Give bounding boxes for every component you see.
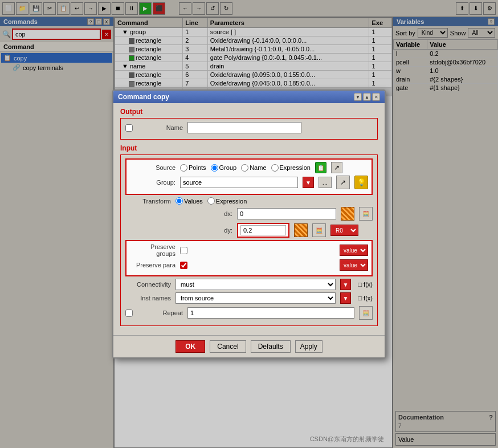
- cancel-button[interactable]: Cancel: [210, 340, 246, 353]
- transform-row: Transform Values Expression: [125, 197, 373, 205]
- inst-names-row: Inst names from source new ▼ □ f(x): [125, 292, 373, 304]
- output-name-label: Name: [137, 124, 183, 131]
- source-group-text: Group: [219, 164, 237, 171]
- repeat-calc-btn[interactable]: 🧮: [359, 306, 373, 320]
- source-points-radio[interactable]: [180, 164, 187, 172]
- connectivity-dropdown[interactable]: must none: [175, 279, 336, 290]
- output-section-box: Name: [120, 118, 378, 140]
- dy-stripe-btn[interactable]: [294, 223, 308, 237]
- inst-names-label: Inst names: [125, 295, 171, 302]
- source-green-btn[interactable]: 📋: [315, 162, 326, 173]
- source-name-text: Name: [250, 164, 266, 171]
- modal-collapse-btn[interactable]: ▼: [354, 93, 362, 101]
- connectivity-label: Connectivity: [125, 281, 171, 288]
- modal-overlay: Command copy ▼ ▲ ✕ Output Name Input: [0, 0, 498, 448]
- group-input[interactable]: [180, 177, 298, 188]
- output-name-row: Name: [125, 122, 373, 133]
- inst-names-fx-label: □ f(x): [358, 295, 373, 302]
- modal-footer: OK Cancel Defaults Apply: [113, 335, 385, 357]
- dy-input[interactable]: [240, 225, 286, 235]
- group-row: Group: ▼ ... ↗ 💡: [130, 176, 368, 189]
- preserve-para-value-dropdown[interactable]: value: [340, 259, 368, 271]
- preserve-para-checkbox[interactable]: [180, 262, 187, 269]
- preserve-para-row: Preserve para value: [130, 259, 368, 271]
- modal-close-btn[interactable]: ✕: [372, 93, 380, 101]
- dy-label: dy:: [198, 227, 232, 234]
- source-expression-label[interactable]: Expression: [271, 164, 311, 172]
- group-dropdown-btn[interactable]: ▼: [303, 177, 314, 188]
- transform-values-radio[interactable]: [175, 197, 183, 205]
- source-points-label[interactable]: Points: [180, 164, 206, 172]
- preserve-row: Preserve groups value Preserve para valu…: [125, 240, 373, 276]
- group-yellow-btn[interactable]: 💡: [354, 176, 368, 189]
- repeat-checkbox[interactable]: [125, 309, 133, 317]
- repeat-row: Repeat 🧮: [125, 306, 373, 320]
- dx-input[interactable]: [237, 208, 336, 219]
- group-label: Group:: [130, 179, 175, 186]
- output-section-label: Output: [120, 108, 378, 116]
- source-points-text: Points: [189, 164, 206, 171]
- source-cursor-btn[interactable]: ↗: [331, 162, 342, 173]
- inst-names-dropdown-btn[interactable]: ▼: [340, 292, 352, 304]
- transform-radio-group: Values Expression: [175, 197, 247, 205]
- output-name-input[interactable]: [187, 122, 301, 133]
- dx-label: dx:: [198, 210, 232, 217]
- ok-button[interactable]: OK: [175, 340, 205, 353]
- output-name-checkbox[interactable]: [125, 124, 133, 132]
- preserve-groups-row: Preserve groups value: [130, 243, 368, 257]
- source-expression-text: Expression: [280, 164, 311, 171]
- preserve-groups-label: Preserve groups: [130, 243, 175, 257]
- dx-stripe-btn[interactable]: [341, 207, 354, 221]
- preserve-groups-value-dropdown[interactable]: value: [340, 245, 368, 256]
- transform-expression-label[interactable]: Expression: [207, 197, 247, 205]
- modal-expand-btn[interactable]: ▲: [363, 93, 371, 101]
- transform-label: Transform: [125, 198, 171, 205]
- source-expression-radio[interactable]: [271, 164, 279, 172]
- source-name-label[interactable]: Name: [241, 164, 266, 172]
- repeat-label: Repeat: [137, 309, 183, 316]
- inst-names-dropdown[interactable]: from source new: [175, 292, 336, 304]
- source-row: Source Points Group Name: [125, 158, 373, 195]
- source-group-label[interactable]: Group: [211, 164, 237, 172]
- r0-dropdown[interactable]: R0 R90: [330, 225, 358, 236]
- dx-row: dx: 🧮: [125, 207, 373, 221]
- connectivity-dropdown-btn[interactable]: ▼: [340, 279, 352, 290]
- transform-values-text: Values: [184, 198, 203, 205]
- group-cursor-btn[interactable]: ↗: [336, 176, 350, 189]
- apply-button[interactable]: Apply: [295, 340, 323, 353]
- source-name-radio[interactable]: [241, 164, 248, 172]
- modal-title: Command copy: [118, 93, 169, 101]
- dx-calc-btn[interactable]: 🧮: [359, 207, 373, 221]
- connectivity-row: Connectivity must none ▼ □ f(x): [125, 279, 373, 290]
- source-type-row: Source Points Group Name: [130, 162, 368, 173]
- source-label: Source: [130, 164, 175, 171]
- dy-input-box: [237, 223, 289, 238]
- modal-titlebar-btns: ▼ ▲ ✕: [354, 93, 380, 101]
- defaults-button[interactable]: Defaults: [251, 340, 291, 353]
- source-radio-group: Points Group Name Expression �: [180, 162, 342, 173]
- dy-row: dy: 🧮 R0 R90: [125, 223, 373, 238]
- command-copy-dialog: Command copy ▼ ▲ ✕ Output Name Input: [112, 89, 386, 359]
- preserve-groups-checkbox[interactable]: [180, 247, 187, 254]
- dy-calc-btn[interactable]: 🧮: [312, 223, 326, 237]
- repeat-input[interactable]: [187, 307, 354, 319]
- transform-expression-radio[interactable]: [207, 197, 215, 205]
- group-edit-btn[interactable]: ...: [319, 177, 332, 188]
- connectivity-fx-label: □ f(x): [358, 281, 373, 288]
- source-group-radio[interactable]: [211, 164, 218, 172]
- input-section-label: Input: [120, 144, 378, 152]
- transform-expression-text: Expression: [216, 198, 247, 205]
- modal-titlebar: Command copy ▼ ▲ ✕: [113, 91, 385, 103]
- preserve-para-label: Preserve para: [130, 262, 175, 268]
- transform-values-label[interactable]: Values: [175, 197, 203, 205]
- input-section-box: Source Points Group Name: [120, 154, 378, 326]
